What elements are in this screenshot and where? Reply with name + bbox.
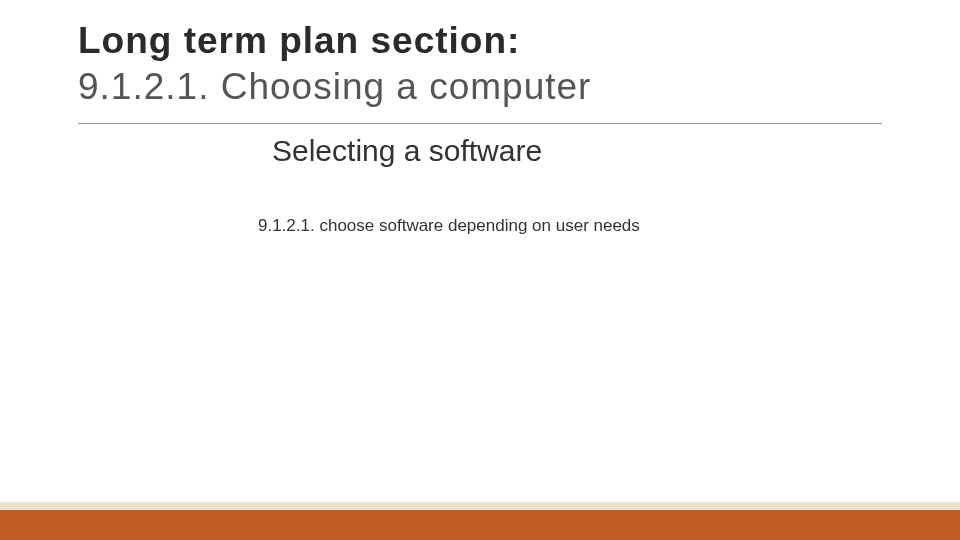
footer-orange-strip [0,510,960,540]
slide-title: Long term plan section: 9.1.2.1. Choosin… [78,18,882,111]
slide-subtitle: Selecting a software [0,124,960,168]
slide-body-text: 9.1.2.1. choose software depending on us… [0,168,960,236]
title-subheading: 9.1.2.1. Choosing a computer [78,66,591,107]
slide-header: Long term plan section: 9.1.2.1. Choosin… [0,0,960,119]
title-strong: Long term plan section: [78,20,520,61]
footer-beige-strip [0,502,960,510]
slide-footer-bar [0,502,960,540]
